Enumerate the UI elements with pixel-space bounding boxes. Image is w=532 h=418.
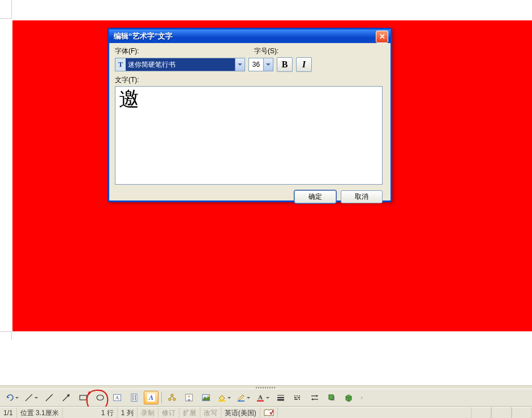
- size-label: 字号(S):: [254, 46, 278, 56]
- wordart-text-input[interactable]: 邀: [115, 86, 383, 185]
- dialog-title: 编辑“艺术字”文字: [114, 32, 173, 40]
- svg-line-2: [63, 395, 68, 401]
- cancel-button[interactable]: 取消: [341, 190, 383, 203]
- oval-icon: [96, 393, 105, 402]
- vertical-textbox-icon: [130, 393, 139, 402]
- vertical-textbox-tool[interactable]: [127, 391, 141, 404]
- undo-dropdown[interactable]: [3, 391, 20, 404]
- text-label: 文字(T):: [115, 75, 385, 85]
- font-value: 迷你简硬笔行书: [126, 60, 235, 70]
- italic-button[interactable]: I: [296, 57, 312, 72]
- 3d-style[interactable]: [341, 391, 356, 404]
- line-weight-icon: [276, 393, 285, 402]
- line-tool[interactable]: [42, 391, 57, 404]
- close-icon: ✕: [379, 30, 385, 44]
- font-dropdown-button[interactable]: [235, 58, 244, 71]
- rectangle-icon: [79, 393, 88, 402]
- edit-wordart-text-dialog: 编辑“艺术字”文字 ✕ 字体(F): 字号(S): T 迷你简硬笔行书 36 B…: [108, 28, 392, 202]
- book-check-icon: [264, 409, 274, 417]
- status-rec[interactable]: 录制: [138, 407, 158, 418]
- svg-text:A: A: [258, 394, 263, 400]
- bold-button[interactable]: B: [277, 57, 293, 72]
- font-color-dropdown[interactable]: A: [254, 391, 271, 404]
- autoshapes-icon: [24, 393, 33, 402]
- wordart-icon: A: [147, 393, 156, 402]
- arrow-style[interactable]: [307, 391, 322, 404]
- svg-line-15: [170, 396, 172, 398]
- svg-rect-24: [257, 400, 264, 402]
- diagram-icon: [168, 393, 177, 402]
- svg-point-12: [171, 394, 173, 396]
- size-value: 36: [249, 61, 263, 69]
- picture-tool[interactable]: [199, 391, 213, 404]
- undo-icon: [5, 393, 14, 402]
- chevron-icon: [361, 393, 365, 402]
- arrow-icon: [62, 393, 71, 402]
- fill-color-dropdown[interactable]: [216, 391, 233, 404]
- line-color-dropdown[interactable]: [235, 391, 252, 404]
- picture-icon: [201, 393, 211, 402]
- text-value: 邀: [119, 88, 139, 110]
- status-box-2: [491, 407, 512, 418]
- arrow-tool[interactable]: [59, 391, 74, 404]
- status-language[interactable]: 英语(美国): [221, 407, 260, 418]
- shadow-icon: [327, 393, 336, 402]
- svg-point-13: [169, 398, 171, 400]
- svg-line-1: [46, 394, 53, 401]
- 3d-icon: [344, 393, 353, 402]
- toolbar-overflow[interactable]: [358, 391, 367, 404]
- size-combo[interactable]: 36: [248, 58, 273, 71]
- font-color-icon: A: [256, 393, 265, 402]
- status-line: 1 行: [98, 407, 118, 418]
- page-margin-corner: [0, 0, 12, 19]
- arrow-style-icon: [310, 393, 319, 402]
- status-ext[interactable]: 扩展: [179, 407, 200, 418]
- svg-rect-21: [218, 400, 225, 402]
- status-col: 1 列: [118, 407, 138, 418]
- font-label: 字体(F):: [115, 46, 254, 56]
- svg-line-16: [172, 396, 174, 398]
- svg-rect-22: [238, 400, 244, 402]
- line-icon: [45, 393, 54, 402]
- clipart-tool[interactable]: [182, 391, 196, 404]
- status-ovr[interactable]: 改写: [200, 407, 221, 418]
- fill-color-icon: [217, 393, 226, 402]
- status-box-3: [512, 407, 532, 418]
- diagram-tool[interactable]: [165, 391, 179, 404]
- svg-point-14: [173, 398, 175, 400]
- textbox-icon: A: [113, 393, 122, 402]
- line-weight[interactable]: [273, 391, 288, 404]
- svg-text:A: A: [115, 395, 119, 400]
- status-page: 1/1: [0, 407, 17, 418]
- wordart-tool[interactable]: A: [144, 391, 158, 404]
- dialog-body: 字体(F): 字号(S): T 迷你简硬笔行书 36 B I 文字(T): 邀 …: [109, 43, 391, 208]
- svg-point-20: [208, 395, 209, 397]
- toolbar-separator: [161, 392, 162, 403]
- size-dropdown-button[interactable]: [263, 58, 273, 71]
- ok-button[interactable]: 确定: [294, 190, 336, 203]
- textbox-tool[interactable]: A: [110, 391, 125, 404]
- font-combo[interactable]: T 迷你简硬笔行书: [115, 58, 245, 71]
- page-margin-corner-bottom: [0, 331, 12, 340]
- status-bar: 1/1 位置 3.1厘米 1 行 1 列 录制 修订 扩展 改写 英语(美国): [0, 407, 532, 418]
- status-position: 位置 3.1厘米: [17, 407, 63, 418]
- dash-style-icon: [293, 393, 302, 402]
- status-box-1: [471, 407, 491, 418]
- svg-text:A: A: [148, 394, 153, 402]
- shadow-style[interactable]: [324, 391, 339, 404]
- svg-rect-7: [131, 394, 137, 402]
- svg-line-0: [25, 394, 32, 401]
- truetype-icon: T: [115, 58, 126, 71]
- autoshapes-dropdown[interactable]: [23, 391, 40, 404]
- svg-point-4: [97, 395, 104, 400]
- close-button[interactable]: ✕: [376, 31, 388, 43]
- status-spellcheck[interactable]: [260, 407, 278, 418]
- status-trk[interactable]: 修订: [158, 407, 179, 418]
- oval-tool[interactable]: [93, 391, 108, 404]
- line-color-icon: [237, 393, 246, 402]
- dialog-title-bar[interactable]: 编辑“艺术字”文字 ✕: [109, 29, 391, 43]
- clipart-icon: [185, 393, 194, 402]
- drawing-toolbar: A A A: [0, 389, 532, 407]
- rectangle-tool[interactable]: [76, 391, 91, 404]
- dash-style[interactable]: [290, 391, 305, 404]
